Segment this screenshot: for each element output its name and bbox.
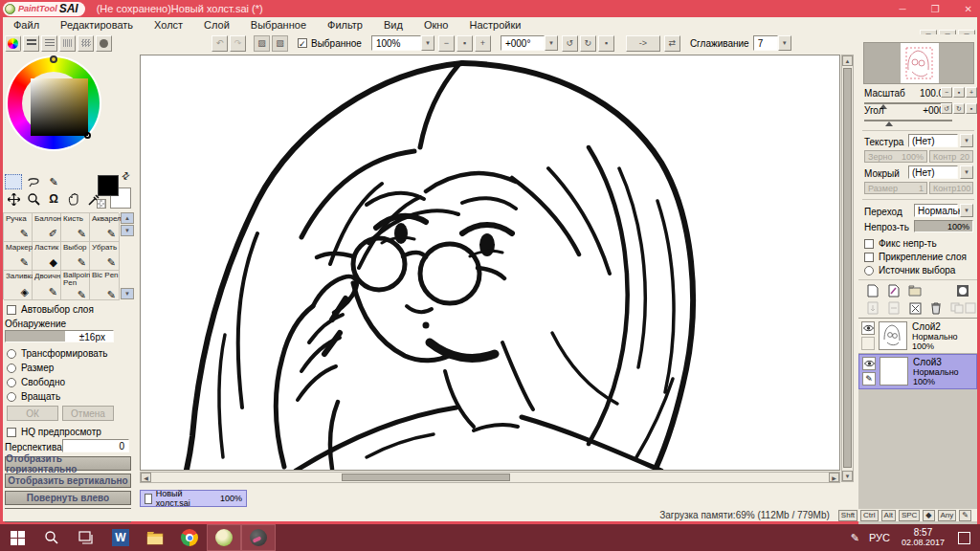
- panel-toggle-5-button[interactable]: [96, 35, 112, 52]
- hq-preview-checkbox[interactable]: HQ предпросмотр: [7, 427, 101, 437]
- tool-marker[interactable]: Маркер✎: [4, 242, 33, 271]
- flip-view-button[interactable]: ⇄: [664, 35, 680, 52]
- clock[interactable]: 8:57 02.08.2017: [902, 527, 945, 548]
- clear-layer-button[interactable]: [906, 300, 924, 316]
- minimize-button[interactable]: ─: [900, 4, 906, 14]
- menu-settings[interactable]: Настройки: [458, 19, 531, 31]
- auto-select-layer-checkbox[interactable]: Автовыбор слоя: [7, 304, 94, 315]
- flip-horizontal-button[interactable]: Отобразить горизонтально: [5, 456, 131, 471]
- clipping-group-checkbox[interactable]: Прикрепление слоя: [864, 252, 967, 262]
- hand-tool[interactable]: [65, 191, 82, 207]
- tool-bic-pen[interactable]: Bic Pen✎: [90, 271, 120, 300]
- fix-opacity-checkbox[interactable]: Фикс непр-ть: [864, 238, 937, 249]
- redo-button[interactable]: ↷: [230, 35, 246, 52]
- tool-eraser[interactable]: Ластик◆: [33, 242, 61, 271]
- foreground-color-swatch[interactable]: [98, 175, 119, 196]
- zoom-dropdown-button[interactable]: ▼: [421, 35, 434, 51]
- layer-visibility-toggle[interactable]: [861, 321, 875, 335]
- swap-colors-icon[interactable]: ⇄: [119, 169, 131, 183]
- blend-mode-dropdown-button[interactable]: ▼: [960, 204, 973, 217]
- tool-brush[interactable]: Кисть✎: [61, 213, 90, 242]
- selection-visible-checkbox[interactable]: ✓ Выбранное: [298, 38, 362, 49]
- action-center-icon[interactable]: [958, 532, 970, 544]
- menu-layer[interactable]: Слой: [193, 19, 240, 31]
- color-wheel-toggle-button[interactable]: [5, 35, 21, 52]
- layer-row-3-selected[interactable]: ✎ Слой3 Нормально 100%: [858, 354, 977, 389]
- tool-airbrush[interactable]: Баллон✐: [33, 213, 61, 242]
- angle-slider-marker[interactable]: [885, 121, 893, 126]
- close-button[interactable]: ✕: [965, 4, 972, 14]
- start-button[interactable]: [0, 524, 34, 551]
- radio-transform[interactable]: Трансформировать: [7, 348, 107, 359]
- tool-binary-pen[interactable]: Двоичн✎: [33, 271, 61, 300]
- wet-select[interactable]: (Нет): [908, 165, 958, 179]
- blend-mode-select[interactable]: Нормально: [914, 204, 958, 217]
- undo-button[interactable]: ↶: [212, 35, 228, 52]
- angle-reset-button[interactable]: ▪: [966, 103, 977, 114]
- sai-taskbar-button-active[interactable]: [207, 524, 241, 551]
- menu-canvas[interactable]: Холст: [144, 19, 193, 31]
- scroll-right-arrow[interactable]: ▶: [829, 473, 839, 482]
- language-indicator[interactable]: РУС: [869, 532, 890, 543]
- angle-dropdown-button[interactable]: ▼: [545, 35, 558, 51]
- rect-select-tool[interactable]: [5, 174, 22, 189]
- texture-dropdown-button[interactable]: ▼: [960, 134, 973, 147]
- layer-extra-button[interactable]: [964, 300, 977, 316]
- invert-selection-button[interactable]: ▧: [272, 35, 288, 52]
- angle-value-field[interactable]: +000°: [501, 35, 545, 51]
- move-tool[interactable]: [5, 191, 22, 207]
- panel-toggle-3-button[interactable]: [59, 35, 76, 52]
- zoom-tool[interactable]: [25, 191, 42, 207]
- texture-select[interactable]: (Нет): [908, 134, 958, 147]
- smoothing-value-field[interactable]: 7: [753, 35, 778, 51]
- canvas[interactable]: [140, 55, 840, 471]
- taskbar-word-button[interactable]: W: [103, 524, 138, 551]
- vscroll-thumb[interactable]: [843, 68, 852, 468]
- angle-ccw-button[interactable]: ↺: [941, 103, 952, 114]
- scale-minus-button[interactable]: −: [941, 87, 952, 98]
- menu-edit[interactable]: Редактировать: [50, 19, 144, 31]
- scroll-left-arrow[interactable]: ◀: [141, 473, 151, 482]
- scale-plus-button[interactable]: +: [966, 87, 977, 98]
- selection-source-radio[interactable]: Источник выбора: [864, 265, 955, 276]
- tool-pen[interactable]: Ручка✎: [4, 213, 33, 242]
- rotate-reset-button[interactable]: ▪: [598, 35, 614, 52]
- scroll-up-arrow[interactable]: ▲: [842, 55, 853, 66]
- new-vector-layer-button[interactable]: [885, 283, 902, 298]
- angle-slider[interactable]: [864, 120, 952, 121]
- arrow-mode-button[interactable]: ->: [626, 35, 660, 52]
- tool-deselect[interactable]: Убрать✎: [90, 242, 120, 271]
- magic-wand-tool[interactable]: ✎: [45, 174, 62, 189]
- panel-toggle-2-button[interactable]: [41, 35, 57, 52]
- transparent-color-swatch[interactable]: [97, 199, 106, 209]
- chrome-button[interactable]: [172, 524, 207, 551]
- hscroll-thumb[interactable]: [342, 474, 510, 481]
- panel-toggle-1-button[interactable]: [23, 35, 39, 52]
- panel-toggle-4-button[interactable]: [78, 35, 94, 52]
- saturation-value-square[interactable]: [31, 78, 88, 136]
- perspective-field[interactable]: 0: [62, 439, 129, 452]
- drag-detection-slider[interactable]: ±16px: [5, 330, 114, 342]
- navigator[interactable]: [863, 42, 974, 84]
- tool-fill[interactable]: Заливка◈: [4, 271, 33, 300]
- task-view-button[interactable]: [69, 524, 103, 551]
- zoom-out-button[interactable]: −: [438, 35, 455, 52]
- wet-dropdown-button[interactable]: ▼: [960, 165, 973, 179]
- rotate-cw-button[interactable]: ↻: [580, 35, 596, 52]
- scale-slider[interactable]: [864, 102, 952, 104]
- merge-down-button[interactable]: [885, 300, 902, 316]
- canvas-hscrollbar[interactable]: ◀ ▶: [140, 472, 840, 483]
- new-folder-button[interactable]: [906, 283, 924, 298]
- smoothing-dropdown-button[interactable]: ▼: [778, 35, 791, 51]
- menu-window[interactable]: Окно: [413, 19, 459, 31]
- layer-row-2[interactable]: Слой2 Нормально 100%: [858, 319, 977, 354]
- zoom-value-field[interactable]: 100%: [371, 35, 421, 51]
- new-layer-button[interactable]: [864, 283, 881, 298]
- cancel-button[interactable]: Отмена: [62, 406, 114, 421]
- maximize-button[interactable]: ❐: [931, 4, 940, 14]
- deselect-button[interactable]: ▨: [254, 35, 270, 52]
- menu-file[interactable]: Файл: [3, 19, 50, 31]
- rotate-left-button[interactable]: Повернуть влево: [5, 491, 131, 505]
- tool-grid-scroll-end[interactable]: ▼: [121, 288, 134, 299]
- zoom-in-button[interactable]: +: [475, 35, 491, 52]
